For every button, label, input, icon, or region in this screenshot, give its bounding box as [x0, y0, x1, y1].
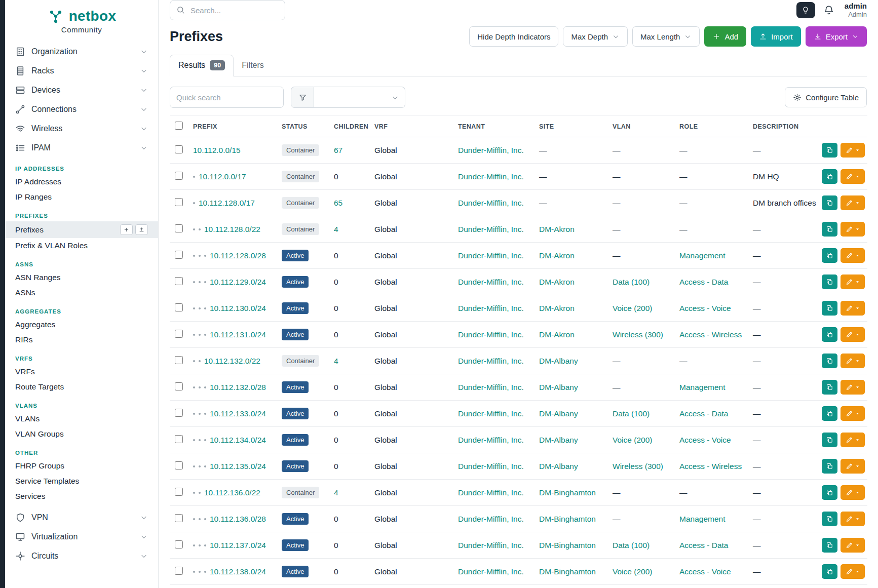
column-header-status[interactable]: STATUS: [277, 115, 329, 137]
edit-button[interactable]: [841, 564, 865, 579]
role-link[interactable]: Access - Wireless: [679, 330, 742, 339]
prefix-link[interactable]: 10.112.138.0/24: [210, 567, 266, 576]
site-link[interactable]: DM-Albany: [539, 383, 578, 391]
children-count-link[interactable]: 65: [334, 199, 342, 207]
edit-button[interactable]: [841, 512, 865, 526]
row-checkbox[interactable]: [175, 198, 183, 206]
edit-button[interactable]: [841, 406, 865, 421]
column-header-vrf[interactable]: VRF: [369, 115, 453, 137]
edit-button[interactable]: [841, 222, 865, 237]
clone-button[interactable]: [822, 380, 837, 395]
prefix-link[interactable]: 10.112.0.0/15: [193, 146, 241, 154]
max-depth-dropdown[interactable]: Max Depth: [563, 26, 628, 47]
sidebar-item-connections[interactable]: Connections: [5, 100, 158, 119]
sidebar-item-prefix-vlan-roles[interactable]: Prefix & VLAN Roles: [5, 238, 158, 253]
tenant-link[interactable]: Dunder-Mifflin, Inc.: [458, 567, 524, 576]
filter-button[interactable]: [291, 87, 314, 108]
tenant-link[interactable]: Dunder-Mifflin, Inc.: [458, 172, 524, 181]
prefix-link[interactable]: 10.112.132.0/22: [204, 357, 260, 365]
role-link[interactable]: Management: [679, 515, 725, 523]
prefix-link[interactable]: 10.112.0.0/17: [199, 172, 246, 181]
tenant-link[interactable]: Dunder-Mifflin, Inc.: [458, 488, 524, 497]
edit-button[interactable]: [841, 248, 865, 263]
sidebar-item-asns[interactable]: ASNs: [5, 285, 158, 300]
role-link[interactable]: Management: [679, 383, 725, 391]
site-link[interactable]: DM-Akron: [539, 225, 575, 233]
row-checkbox[interactable]: [175, 145, 183, 153]
column-header-prefix[interactable]: PREFIX: [188, 115, 277, 137]
row-checkbox[interactable]: [175, 251, 183, 259]
children-count-link[interactable]: 4: [334, 357, 338, 365]
prefix-link[interactable]: 10.112.129.0/24: [210, 278, 266, 286]
prefix-link[interactable]: 10.112.133.0/24: [210, 409, 266, 418]
tenant-link[interactable]: Dunder-Mifflin, Inc.: [458, 199, 524, 207]
role-link[interactable]: Management: [679, 251, 725, 260]
row-checkbox[interactable]: [175, 409, 183, 417]
edit-button[interactable]: [841, 459, 865, 474]
sidebar-item-ipam[interactable]: IPAM: [5, 138, 158, 158]
site-link[interactable]: DM-Akron: [539, 251, 575, 260]
sidebar-item-service-templates[interactable]: Service Templates: [5, 474, 158, 489]
site-link[interactable]: DM-Albany: [539, 409, 578, 418]
edit-button[interactable]: [841, 380, 865, 395]
prefix-link[interactable]: 10.112.136.0/28: [210, 515, 266, 523]
row-checkbox[interactable]: [175, 303, 183, 311]
edit-button[interactable]: [841, 143, 865, 158]
import-button[interactable]: Import: [751, 26, 801, 47]
row-checkbox[interactable]: [175, 277, 183, 285]
sidebar-item-vpn[interactable]: VPN: [5, 508, 158, 527]
edit-button[interactable]: [841, 169, 865, 184]
vlan-link[interactable]: Wireless (300): [613, 330, 663, 339]
vlan-link[interactable]: Data (100): [613, 409, 650, 418]
prefix-link[interactable]: 10.112.136.0/22: [204, 488, 260, 497]
edit-button[interactable]: [841, 301, 865, 316]
tenant-link[interactable]: Dunder-Mifflin, Inc.: [458, 409, 524, 418]
site-link[interactable]: DM-Albany: [539, 436, 578, 444]
tenant-link[interactable]: Dunder-Mifflin, Inc.: [458, 278, 524, 286]
prefix-link[interactable]: 10.112.128.0/28: [210, 251, 266, 260]
row-checkbox[interactable]: [175, 540, 183, 548]
site-link[interactable]: DM-Akron: [539, 330, 575, 339]
clone-button[interactable]: [822, 222, 837, 237]
tenant-link[interactable]: Dunder-Mifflin, Inc.: [458, 515, 524, 523]
column-header-role[interactable]: ROLE: [674, 115, 748, 137]
clone-button[interactable]: [822, 459, 837, 474]
export-button[interactable]: Export: [806, 26, 867, 47]
sidebar-item-devices[interactable]: Devices: [5, 81, 158, 100]
role-link[interactable]: Access - Voice: [679, 304, 731, 312]
sidebar-item-ip-ranges[interactable]: IP Ranges: [5, 189, 158, 205]
clone-button[interactable]: [822, 485, 837, 500]
role-link[interactable]: Access - Voice: [679, 567, 731, 576]
sidebar-item-virtualization[interactable]: Virtualization: [5, 527, 158, 546]
add-button[interactable]: Add: [704, 26, 746, 47]
children-count-link[interactable]: 4: [334, 488, 338, 497]
column-header-description[interactable]: DESCRIPTION: [748, 115, 817, 137]
edit-button[interactable]: [841, 275, 865, 289]
tenant-link[interactable]: Dunder-Mifflin, Inc.: [458, 383, 524, 391]
tenant-link[interactable]: Dunder-Mifflin, Inc.: [458, 436, 524, 444]
sidebar-item-organization[interactable]: Organization: [5, 42, 158, 61]
user-menu[interactable]: admin Admin: [845, 2, 867, 19]
sidebar-item-services[interactable]: Services: [5, 489, 158, 504]
select-all-checkbox[interactable]: [175, 122, 183, 130]
max-length-dropdown[interactable]: Max Length: [632, 26, 700, 47]
notifications-bell-icon[interactable]: [823, 5, 834, 16]
prefix-link[interactable]: 10.112.135.0/24: [210, 462, 266, 471]
children-count-link[interactable]: 4: [334, 225, 338, 233]
hide-depth-indicators-button[interactable]: Hide Depth Indicators: [469, 26, 558, 47]
edit-button[interactable]: [841, 195, 865, 210]
role-link[interactable]: Access - Data: [679, 409, 728, 418]
tenant-link[interactable]: Dunder-Mifflin, Inc.: [458, 357, 524, 365]
prefix-link[interactable]: 10.112.131.0/24: [210, 330, 266, 339]
vlan-link[interactable]: Data (100): [613, 278, 650, 286]
sidebar-item-route-targets[interactable]: Route Targets: [5, 379, 158, 395]
edit-button[interactable]: [841, 433, 865, 447]
edit-button[interactable]: [841, 485, 865, 500]
vlan-link[interactable]: Voice (200): [613, 436, 652, 444]
site-link[interactable]: DM-Binghamton: [539, 488, 596, 497]
row-checkbox[interactable]: [175, 514, 183, 522]
clone-button[interactable]: [822, 433, 837, 447]
prefix-link[interactable]: 10.112.130.0/24: [210, 304, 266, 312]
row-checkbox[interactable]: [175, 356, 183, 364]
clone-button[interactable]: [822, 538, 837, 553]
